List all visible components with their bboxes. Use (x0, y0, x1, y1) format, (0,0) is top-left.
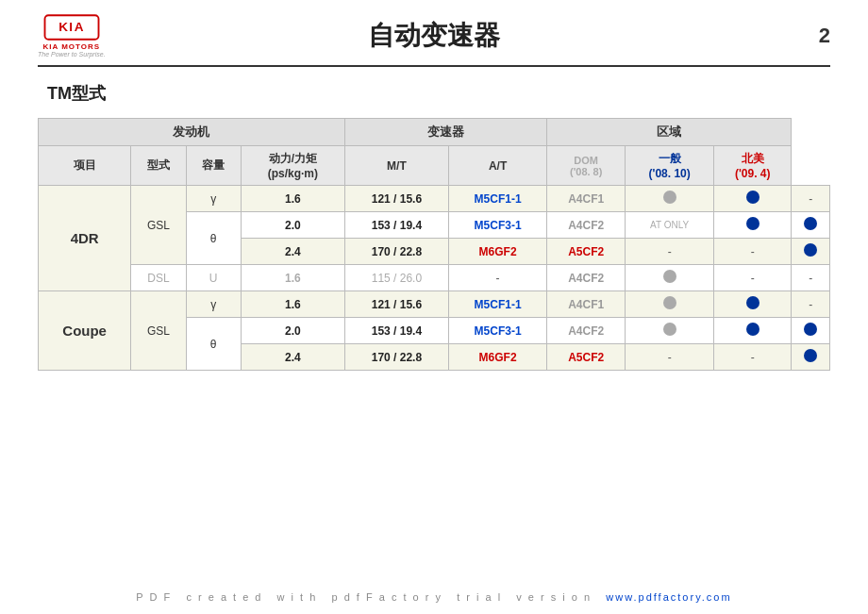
capacity-7: 2.4 (241, 344, 344, 371)
section-title: TM型式 (47, 82, 830, 105)
mt-val-4: - (449, 265, 547, 291)
ippan-val-5 (714, 291, 792, 318)
fuel-dsl-1: DSL (131, 265, 186, 291)
ippan-val-2 (714, 212, 792, 239)
th-beimei: 北美 ('09. 4) (714, 146, 792, 186)
at-val-6: A4CF2 (547, 318, 626, 344)
dom-val-7: - (626, 344, 714, 371)
beimei-val-5: - (792, 291, 830, 318)
footer-link[interactable]: www.pdffactory.com (606, 591, 731, 603)
power-6: 153 / 19.4 (344, 318, 448, 344)
power-2: 153 / 19.4 (344, 212, 448, 239)
capacity-4: 1.6 (241, 265, 344, 291)
th-rong-liang: 容量 (186, 146, 241, 186)
power-7: 170 / 22.8 (344, 344, 448, 371)
main-table-wrap: 发动机 变速器 区域 项目 型式 容量 动力/力矩 (ps/kg·m) M/T … (38, 118, 830, 371)
beimei-val-2 (792, 212, 830, 239)
beimei-val-7 (792, 344, 830, 371)
table-row: 4DR GSL γ 1.6 121 / 15.6 M5CF1-1 A4CF1 - (39, 186, 830, 212)
dot-gray-icon (663, 323, 676, 336)
ippan-val-6 (714, 318, 792, 344)
at-val-4: A4CF2 (547, 265, 626, 291)
ippan-val-7: - (714, 344, 792, 371)
car-model-coupe: Coupe (39, 291, 131, 371)
beimei-val-1: - (792, 186, 830, 212)
dot-gray-icon (663, 296, 676, 309)
dom-val-6 (626, 318, 714, 344)
th-region-group: 区域 (547, 119, 792, 146)
th-transmission-group: 变速器 (344, 119, 546, 146)
engine-u-1: U (186, 265, 241, 291)
th-dongli: 动力/力矩 (ps/kg·m) (241, 146, 344, 186)
th-engine-group: 发动机 (39, 119, 345, 146)
beimei-val-3 (792, 239, 830, 265)
dot-blue-icon (746, 296, 760, 309)
mt-val-5: M5CF1-1 (449, 291, 547, 318)
dot-blue-icon (804, 217, 817, 230)
page-number: 2 (819, 24, 830, 48)
th-dom: DOM ('08. 8) (547, 146, 626, 186)
at-val-2: A4CF2 (547, 212, 626, 239)
capacity-3: 2.4 (241, 239, 344, 265)
mt-val-6: M5CF3-1 (449, 318, 547, 344)
engine-gamma-1: γ (186, 186, 241, 212)
page-footer: P D F c r e a t e d w i t h p d f F a c … (0, 591, 868, 603)
dom-val-4 (626, 265, 714, 291)
capacity-1: 1.6 (241, 186, 344, 212)
th-xiang-mu: 项目 (39, 146, 131, 186)
engine-gamma-2: γ (186, 291, 241, 318)
th-ippan: 一般 ('08. 10) (626, 146, 714, 186)
dot-blue-icon (804, 349, 817, 362)
capacity-5: 1.6 (241, 291, 344, 318)
mt-val-1: M5CF1-1 (449, 186, 547, 212)
mt-val-3: M6GF2 (449, 239, 547, 265)
th-mt: M/T (344, 146, 448, 186)
dot-blue-icon (746, 217, 760, 230)
power-1: 121 / 15.6 (344, 186, 448, 212)
at-val-5: A4CF1 (547, 291, 626, 318)
tm-table: 发动机 变速器 区域 项目 型式 容量 动力/力矩 (ps/kg·m) M/T … (38, 118, 830, 371)
fuel-gsl-1: GSL (131, 186, 186, 265)
page-header: KIA KIA MOTORS The Power to Surprise. 自动… (38, 0, 830, 67)
ippan-val-1 (714, 186, 792, 212)
dot-gray-icon (663, 191, 676, 204)
dot-blue-icon (746, 323, 760, 336)
dot-blue-icon (804, 243, 817, 257)
dot-blue-icon (804, 323, 817, 336)
power-5: 121 / 15.6 (344, 291, 448, 318)
table-row: DSL U 1.6 115 / 26.0 - A4CF2 - - (39, 265, 830, 291)
car-model-4dr: 4DR (39, 186, 131, 291)
dom-val-3: - (626, 239, 714, 265)
capacity-6: 2.0 (241, 318, 344, 344)
beimei-val-6 (792, 318, 830, 344)
at-val-7: A5CF2 (547, 344, 626, 371)
engine-theta-2: θ (186, 318, 241, 371)
mt-val-7: M6GF2 (449, 344, 547, 371)
engine-theta-1: θ (186, 212, 241, 265)
mt-val-2: M5CF3-1 (449, 212, 547, 239)
th-xing-shi: 型式 (131, 146, 186, 186)
dom-val-5 (626, 291, 714, 318)
beimei-val-4: - (792, 265, 830, 291)
dom-val-2: AT ONLY (626, 212, 714, 239)
ippan-val-4: - (714, 265, 792, 291)
table-row: Coupe GSL γ 1.6 121 / 15.6 M5CF1-1 A4CF1… (39, 291, 830, 318)
dom-val-1 (626, 186, 714, 212)
at-val-1: A4CF1 (547, 186, 626, 212)
footer-text: P D F c r e a t e d w i t h p d f F a c … (136, 591, 601, 603)
at-val-3: A5CF2 (547, 239, 626, 265)
ippan-val-3: - (714, 239, 792, 265)
capacity-2: 2.0 (241, 212, 344, 239)
dot-gray-icon (663, 270, 676, 283)
th-at: A/T (449, 146, 547, 186)
fuel-gsl-2: GSL (131, 291, 186, 371)
power-3: 170 / 22.8 (344, 239, 448, 265)
page-title: 自动变速器 (49, 18, 819, 54)
dot-blue-icon (746, 191, 760, 204)
power-4: 115 / 26.0 (344, 265, 448, 291)
